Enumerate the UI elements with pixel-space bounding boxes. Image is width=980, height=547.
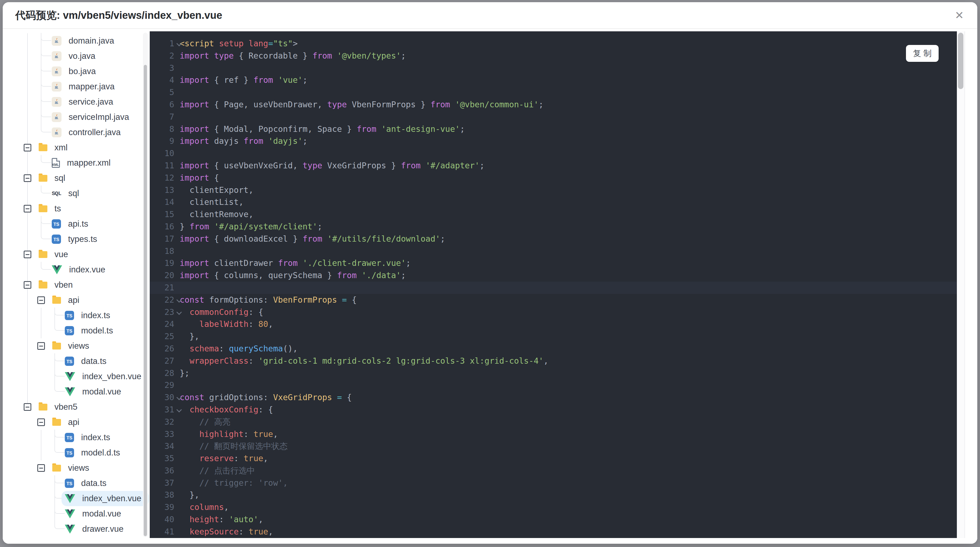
tree-item[interactable]: views [52, 460, 89, 476]
code-line: 26 schema: querySchema(), [150, 343, 957, 355]
sql-file-icon: SQL [52, 190, 61, 197]
dialog-header: 代码预览: vm/vben5/views/index_vben.vue ✕ [3, 2, 977, 29]
file-tree: domain.javavo.javabo.javamapper.javaserv… [3, 29, 150, 544]
tree-row-sql: sql [3, 171, 150, 186]
code-line-text: const gridOptions: VxeGridProps = { [180, 392, 352, 402]
tree-guide-elbow [41, 109, 51, 117]
code-line: 13 clientExport, [150, 184, 957, 196]
tree-item[interactable]: index_vben.vue [62, 491, 149, 506]
tree-collapse-toggle-icon[interactable] [37, 297, 45, 304]
tree-item[interactable]: controller.java [52, 125, 121, 140]
tree-row-model-d-ts: TSmodel.d.ts [3, 445, 150, 460]
tree-collapse-toggle-icon[interactable] [37, 418, 45, 426]
tree-row-vben: vben [3, 277, 150, 293]
line-number: 10 [150, 147, 174, 159]
tree-guide-line [27, 186, 28, 201]
tree-collapse-toggle-icon[interactable] [24, 174, 31, 182]
tree-item[interactable]: modal.vue [65, 506, 121, 521]
tree-item-label: modal.vue [82, 509, 121, 519]
code-line: 14 clientList, [150, 196, 957, 208]
tree-item[interactable]: ts [39, 201, 61, 216]
folder-icon [39, 251, 48, 258]
tree-item[interactable]: serviceImpl.java [52, 110, 129, 125]
tree-guide-elbow [54, 430, 65, 437]
tree-guide-line [27, 125, 28, 140]
tree-guide-elbow [41, 185, 51, 193]
code-scrollbar-thumb[interactable] [958, 33, 963, 89]
tree-guide-line [27, 323, 28, 338]
code-line-text: const formOptions: VbenFormProps = { [180, 295, 356, 305]
tree-item[interactable]: index.vue [52, 262, 105, 277]
tree-item[interactable]: vben5 [39, 399, 77, 415]
tree-guide-elbow [54, 323, 65, 331]
code-line: 21 [150, 282, 957, 294]
tree-row-modal-vue: modal.vue [3, 506, 150, 521]
tree-guide-elbow [41, 155, 51, 163]
tree-item[interactable]: index_vben.vue [65, 369, 141, 384]
tree-item-label: vue [54, 250, 68, 259]
tree-item[interactable]: modal.vue [65, 384, 121, 399]
tree-item-label: index.ts [81, 432, 110, 442]
tree-collapse-toggle-icon[interactable] [24, 250, 31, 258]
tree-item[interactable]: TSdata.ts [65, 354, 107, 369]
tree-item[interactable]: domain.java [52, 33, 114, 48]
code-scrollbar[interactable] [957, 31, 965, 538]
tree-guide-line [27, 262, 28, 277]
tree-item[interactable]: vben [39, 277, 73, 293]
copy-button[interactable]: 复 制 [906, 45, 939, 62]
tree-item[interactable]: drawer.vue [65, 521, 124, 537]
line-number: 24 [150, 318, 174, 330]
tree-item-label: api.ts [68, 219, 88, 229]
line-number: 41 [150, 526, 174, 538]
dialog-title: 代码预览: vm/vben5/views/index_vben.vue [15, 2, 222, 28]
tree-guide-line [41, 323, 41, 338]
tree-item-label: types.ts [68, 234, 97, 244]
line-number: 28 [150, 367, 174, 380]
tree-item[interactable]: SQLsql [52, 186, 79, 201]
tree-item[interactable]: TSapi.ts [52, 216, 88, 231]
tree-collapse-toggle-icon[interactable] [24, 281, 31, 289]
close-icon[interactable]: ✕ [951, 2, 968, 28]
line-number: 7 [150, 111, 174, 123]
tree-item-label: sql [68, 188, 79, 198]
tree-row-xml: xml [3, 140, 150, 155]
tree-item-label: views [68, 463, 89, 473]
code-line-text: import { Modal, Popconfirm, Space } from… [180, 124, 465, 134]
tree-guide-line [27, 369, 28, 384]
tree-item[interactable]: bo.java [52, 64, 96, 79]
tree-collapse-toggle-icon[interactable] [37, 464, 45, 472]
code-line: 25 }, [150, 330, 957, 343]
tree-collapse-toggle-icon[interactable] [24, 403, 31, 411]
vue-file-icon [65, 509, 75, 518]
line-number: 32 [150, 416, 174, 428]
tree-guide-elbow [54, 308, 65, 316]
tree-item[interactable]: TSindex.ts [65, 430, 110, 445]
line-number: 11 [150, 159, 174, 172]
tree-collapse-toggle-icon[interactable] [24, 144, 31, 152]
code-line-text: import { [180, 173, 219, 182]
tree-collapse-toggle-icon[interactable] [37, 342, 45, 350]
code-line: 9import dayjs from 'dayjs'; [150, 135, 957, 147]
tree-collapse-toggle-icon[interactable] [24, 205, 31, 212]
tree-item[interactable]: TSdata.ts [65, 476, 107, 491]
code-panel: 1<script setup lang="ts">2import type { … [150, 29, 977, 544]
tree-item[interactable]: api [52, 415, 79, 430]
tree-scrollbar[interactable] [143, 33, 148, 537]
tree-item[interactable]: api [52, 293, 79, 308]
tree-item[interactable]: xml [39, 140, 67, 155]
code-line-text: height: 'auto', [180, 515, 263, 524]
tree-item[interactable]: vo.java [52, 48, 95, 64]
tree-item[interactable]: sql [39, 171, 65, 186]
tree-item[interactable]: TSindex.ts [65, 308, 110, 323]
tree-item[interactable]: XMLmapper.xml [52, 155, 111, 171]
tree-item[interactable]: service.java [52, 94, 113, 110]
tree-item-label: data.ts [81, 478, 107, 488]
tree-item[interactable]: mapper.java [52, 79, 115, 94]
tree-scrollbar-thumb[interactable] [144, 65, 147, 536]
tree-item[interactable]: TSmodel.ts [65, 323, 113, 338]
typescript-file-icon: TS [52, 234, 61, 244]
tree-item[interactable]: views [52, 338, 89, 354]
tree-item[interactable]: TSmodel.d.ts [65, 445, 120, 460]
tree-item[interactable]: TStypes.ts [52, 231, 97, 247]
tree-item[interactable]: vue [39, 247, 68, 262]
